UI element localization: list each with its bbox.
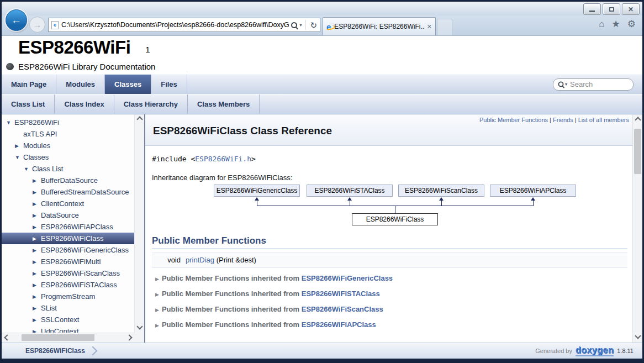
page-title: ESP8266WiFiClass Class Reference <box>153 125 629 137</box>
tab-modules[interactable]: Modules <box>56 75 105 94</box>
sidebar-item-class-list[interactable]: ▼Class List <box>2 163 135 175</box>
sidebar-item-esp8266wifigenericclass[interactable]: ▶ESP8266WiFiGenericClass <box>2 244 135 256</box>
sidebar-item-datasource[interactable]: ▶DataSource <box>2 209 135 221</box>
sidebar-item-esp8266wifiscanclass[interactable]: ▶ESP8266WiFiScanClass <box>2 267 135 279</box>
search-icon <box>558 82 564 87</box>
summary-link-list-of-all-members[interactable]: List of all members <box>578 117 629 123</box>
settings-icon[interactable]: ⚙ <box>627 19 636 29</box>
refresh-icon[interactable]: ↻ <box>310 21 317 29</box>
scroll-left-icon[interactable] <box>5 335 9 340</box>
chevron-right-icon[interactable]: ▶ <box>33 294 41 299</box>
chevron-right-icon[interactable]: ▶ <box>33 248 41 253</box>
close-button[interactable]: ✕ <box>622 3 640 15</box>
home-icon[interactable]: ⌂ <box>599 19 604 29</box>
inherited-section-esp8266wifigenericclass[interactable]: ▶Public Member Functions inherited from … <box>152 273 633 283</box>
chevron-right-icon[interactable]: ▶ <box>33 201 41 207</box>
chevron-down-icon[interactable]: ▼ <box>6 120 14 125</box>
chevron-right-icon[interactable]: ▶ <box>33 213 41 218</box>
tab-class-members[interactable]: Class Members <box>188 94 260 114</box>
sidebar-item-sslcontext[interactable]: ▶SSLContext <box>2 314 135 325</box>
scroll-up-icon[interactable] <box>633 118 642 122</box>
tab-class-list[interactable]: Class List <box>2 94 55 114</box>
inherited-class-link[interactable]: ESP8266WiFiGenericClass <box>302 274 393 282</box>
content-vertical-scrollbar[interactable] <box>632 114 642 343</box>
chevron-right-icon[interactable]: ▶ <box>33 259 41 265</box>
sidebar-item-udpcontext[interactable]: ▶UdpContext <box>2 325 135 333</box>
tab-main-page[interactable]: Main Page <box>2 75 56 94</box>
inherited-section-esp8266wifistaclass[interactable]: ▶Public Member Functions inherited from … <box>152 289 633 299</box>
new-tab-area[interactable] <box>437 19 452 35</box>
inherited-class-link[interactable]: ESP8266WiFiAPClass <box>302 320 376 329</box>
sidebar-item-esp8266wifi[interactable]: ▼ESP8266WiFi <box>2 117 135 128</box>
scroll-down-icon[interactable] <box>135 324 144 329</box>
chevron-right-icon[interactable]: ▶ <box>33 306 41 311</box>
member-name-link[interactable]: printDiag <box>186 253 214 267</box>
scrollbar-thumb[interactable] <box>22 334 94 341</box>
inherited-class-link[interactable]: ESP8266WiFiScanClass <box>302 305 383 313</box>
chevron-right-icon[interactable]: ▶ <box>33 317 41 323</box>
chevron-down-icon[interactable]: ▾ <box>299 23 302 28</box>
sidebar-item-axtls-api[interactable]: axTLS API <box>2 128 135 140</box>
scroll-right-icon[interactable] <box>127 335 131 340</box>
sidebar-item-progmemstream[interactable]: ▶ProgmemStream <box>2 291 135 302</box>
chevron-down-icon[interactable]: ▼ <box>24 166 32 172</box>
search-icon[interactable] <box>291 22 297 28</box>
scroll-down-icon[interactable] <box>633 334 642 338</box>
navpath-bar: ESP8266WiFiClass Generated by doxygen 1.… <box>2 343 642 359</box>
sidebar-item-esp8266wificlass[interactable]: ▶ESP8266WiFiClass <box>2 233 135 244</box>
tab-files[interactable]: Files <box>151 75 187 94</box>
scroll-up-icon[interactable] <box>135 117 144 122</box>
back-button[interactable]: ← <box>6 9 27 31</box>
tab-classes[interactable]: Classes <box>105 75 151 94</box>
diagram-box-esp8266wifiapclass[interactable]: ESP8266WiFiAPClass <box>490 185 576 197</box>
tab-close-icon[interactable]: ✕ <box>427 23 432 30</box>
scrollbar-thumb[interactable] <box>634 129 641 174</box>
minimize-button[interactable] <box>583 3 601 15</box>
chevron-down-icon[interactable]: ▾ <box>565 82 567 87</box>
inherited-section-esp8266wifiapclass[interactable]: ▶Public Member Functions inherited from … <box>152 320 633 330</box>
sidebar-item-classes[interactable]: ▼Classes <box>2 151 135 163</box>
chevron-right-icon[interactable]: ▶ <box>33 178 41 183</box>
inherited-class-link[interactable]: ESP8266WiFiSTAClass <box>302 290 380 298</box>
summary-link-public-member-functions[interactable]: Public Member Functions <box>479 117 548 123</box>
diagram-box-esp8266wifistaclass[interactable]: ESP8266WiFiSTAClass <box>307 185 393 197</box>
search-input[interactable] <box>569 80 629 89</box>
include-file-link[interactable]: ESP8266WiFi.h <box>195 155 251 163</box>
doxygen-logo[interactable]: doxygen <box>576 346 614 356</box>
diagram-box-esp8266wifigenericclass[interactable]: ESP8266WiFiGenericClass <box>214 185 300 197</box>
sidebar-item-bufferdatasource[interactable]: ▶BufferDataSource <box>2 175 135 186</box>
sidebar-item-slist[interactable]: ▶SList <box>2 302 135 314</box>
chevron-right-icon[interactable]: ▶ <box>33 236 41 241</box>
sidebar-item-label: ESP8266WiFiSTAClass <box>41 281 117 289</box>
chevron-right-icon[interactable]: ▶ <box>33 224 41 230</box>
forward-button[interactable]: → <box>29 17 45 33</box>
tab-class-hierarchy[interactable]: Class Hierarchy <box>114 94 188 114</box>
inherited-section-esp8266wifiscanclass[interactable]: ▶Public Member Functions inherited from … <box>152 304 633 314</box>
browser-tab[interactable]: e ESP8266WiFi: ESP8266WiFi... ✕ <box>323 17 436 35</box>
address-text[interactable]: C:\Users\Krzysztof\Documents\Projects\es… <box>61 21 289 29</box>
diagram-box-esp8266wificlass[interactable]: ESP8266WiFiClass <box>352 213 438 225</box>
sidebar-horizontal-scrollbar[interactable] <box>2 333 135 343</box>
chevron-down-icon[interactable]: ▼ <box>15 155 23 160</box>
chevron-right-icon[interactable]: ▶ <box>33 282 41 288</box>
diagram-box-esp8266wifiscanclass[interactable]: ESP8266WiFiScanClass <box>398 185 484 197</box>
chevron-right-icon[interactable]: ▶ <box>33 190 41 195</box>
sidebar-item-clientcontext[interactable]: ▶ClientContext <box>2 198 135 209</box>
breadcrumb[interactable]: ESP8266WiFiClass <box>25 347 85 355</box>
favorites-icon[interactable]: ★ <box>612 19 620 29</box>
sidebar-item-esp8266wifistaclass[interactable]: ▶ESP8266WiFiSTAClass <box>2 279 135 291</box>
tab-class-index[interactable]: Class Index <box>55 94 114 114</box>
sidebar-item-esp8266wifimulti[interactable]: ▶ESP8266WiFiMulti <box>2 256 135 267</box>
inherited-prefix: Public Member Functions inherited from <box>162 305 302 313</box>
sidebar-vertical-scrollbar[interactable] <box>134 114 144 333</box>
chevron-right-icon[interactable]: ▶ <box>15 143 23 149</box>
search-box[interactable]: ▾ <box>553 78 634 91</box>
address-bar[interactable]: e C:\Users\Krzysztof\Documents\Projects\… <box>48 18 320 32</box>
chevron-right-icon[interactable]: ▶ <box>33 271 41 276</box>
sidebar-item-modules[interactable]: ▶Modules <box>2 140 135 151</box>
forward-icon: → <box>33 20 41 29</box>
summary-link-friends[interactable]: Friends <box>553 117 573 123</box>
sidebar-item-esp8266wifiapclass[interactable]: ▶ESP8266WiFiAPClass <box>2 221 135 233</box>
restore-button[interactable] <box>603 3 620 15</box>
sidebar-item-bufferedstreamdatasource[interactable]: ▶BufferedStreamDataSource <box>2 186 135 198</box>
